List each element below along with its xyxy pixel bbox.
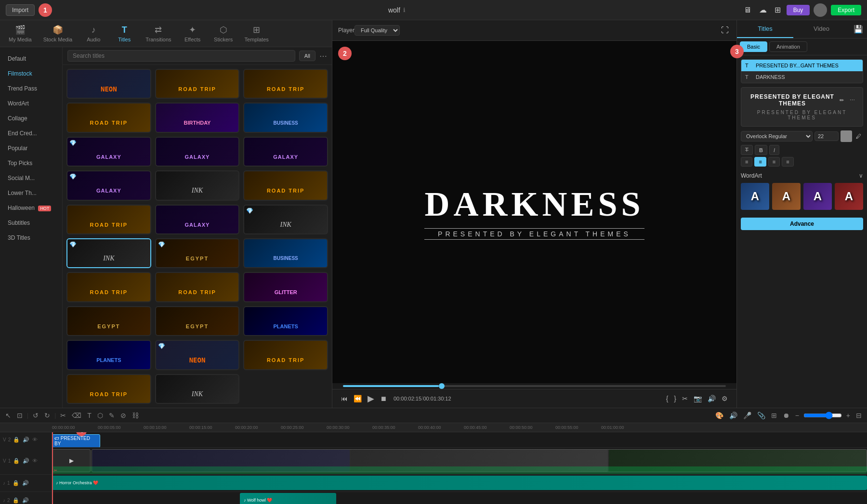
- wolf-howl-clip[interactable]: ♪ Wolf howl ❤️: [240, 493, 336, 504]
- track-v1-audio[interactable]: 🔊: [22, 457, 30, 465]
- wordart-item-2[interactable]: A: [772, 183, 801, 210]
- title-card-17[interactable]: EGYPT 💎 ⬇ Box Office...f the North: [155, 238, 240, 268]
- screen-record-btn[interactable]: ⏺: [781, 410, 791, 421]
- strikethrough-button[interactable]: T̶: [741, 145, 753, 155]
- tab-titles[interactable]: T Titles: [110, 22, 139, 45]
- link-tool[interactable]: ⛓: [131, 410, 140, 421]
- out-point-button[interactable]: }: [671, 394, 679, 403]
- title-card-3[interactable]: ROAD TRIP ⬇ Road Trip Pack Title 1: [243, 69, 328, 99]
- tab-stickers[interactable]: ⬡ Stickers: [209, 22, 238, 45]
- color-picker-icon[interactable]: 🖊: [854, 131, 863, 141]
- layout-btn[interactable]: ⊟: [854, 410, 863, 421]
- settings-button[interactable]: ⚙: [719, 394, 731, 403]
- track-a2-lock[interactable]: 🔒: [12, 497, 20, 504]
- title-card-20[interactable]: ROAD TRIP ⬇ Floral-Title 3: [155, 272, 240, 302]
- more-text-icon[interactable]: ⋯: [848, 95, 857, 105]
- title-card-15[interactable]: INK 💎 ⬇ DIY Ink Pa...owerthird 2: [243, 205, 328, 234]
- color-grading-btn[interactable]: 🎨: [714, 410, 725, 421]
- tab-transitions[interactable]: ⇄ Transitions: [141, 22, 176, 45]
- font-size-input[interactable]: [814, 131, 839, 141]
- monitor-icon[interactable]: 🖥: [742, 4, 753, 16]
- advance-button[interactable]: Advance: [741, 218, 863, 230]
- title-card-5[interactable]: BIRTHDAY ⬇ Birthday Pack Title 3: [155, 103, 240, 132]
- right-tab-video[interactable]: Video: [793, 20, 850, 38]
- sidebar-item-default[interactable]: Default: [2, 52, 60, 66]
- wordart-item-4[interactable]: A: [835, 183, 863, 210]
- step-back-button[interactable]: ⏪: [351, 394, 365, 403]
- tab-audio[interactable]: ♪ Audio: [79, 22, 108, 45]
- title-card-6[interactable]: BUSINESS ⬇ Small Busi...werThird 2: [243, 103, 328, 132]
- split-tool[interactable]: ⊘: [119, 410, 128, 421]
- sidebar-item-lower-th[interactable]: Lower Th...: [2, 186, 60, 200]
- pip-btn[interactable]: ⊞: [770, 410, 778, 421]
- skip-back-button[interactable]: ⏮: [338, 394, 351, 403]
- title-card-24[interactable]: PLANETS ⬇ Planets Pa...Opener 01: [243, 306, 328, 336]
- sidebar-item-filmstock[interactable]: Filmstock: [2, 66, 60, 81]
- align-right-button[interactable]: ≡: [768, 157, 780, 167]
- sidebar-item-wordart[interactable]: WordArt: [2, 96, 60, 111]
- fullscreen-icon[interactable]: ⛶: [719, 24, 731, 37]
- title-card-9[interactable]: GALAXY ⬇ Galaxy Pack Title 2: [243, 137, 328, 167]
- title-clip[interactable]: 🏷 PRESENTED BY: [52, 434, 100, 447]
- title-card-18[interactable]: BUSINESS ⬇ Modern Sli...ow Title 10: [243, 238, 328, 268]
- split-button[interactable]: ✂: [679, 394, 691, 403]
- track-v2-eye[interactable]: 👁: [32, 436, 38, 443]
- track-v2-lock[interactable]: 🔒: [13, 436, 20, 443]
- buy-button[interactable]: Buy: [787, 5, 810, 15]
- animation-tab-button[interactable]: Animation: [769, 41, 807, 52]
- title-card-21[interactable]: GLITTER ⬇ Glitter Gla...werthird 01: [243, 272, 328, 302]
- more-button[interactable]: ⋯: [319, 52, 327, 61]
- export-button[interactable]: Export: [831, 5, 861, 15]
- title-card-14[interactable]: GALAXY ⬇ Gaming S...orld Title 1: [155, 205, 240, 234]
- title-item-darkness[interactable]: T DARKNESS: [741, 71, 863, 83]
- progress-bar[interactable]: [343, 385, 726, 387]
- sidebar-item-collage[interactable]: Collage: [2, 111, 60, 126]
- shape-tool[interactable]: ⬡: [96, 410, 105, 421]
- wordart-item-1[interactable]: A: [741, 183, 769, 210]
- title-card-7[interactable]: GALAXY 💎 ⬇ Big Screen...Opener 11: [66, 137, 151, 167]
- title-card-23[interactable]: EGYPT ⬇ Ancient Cl...ck Title 02: [155, 306, 240, 336]
- align-left-button[interactable]: ≡: [741, 157, 752, 167]
- font-select[interactable]: Overlock Regular: [741, 131, 813, 142]
- title-card-29[interactable]: INK ⬇: [155, 374, 240, 404]
- sidebar-item-3d-titles[interactable]: 3D Titles: [2, 231, 60, 245]
- title-card-27[interactable]: ROAD TRIP: [243, 340, 328, 370]
- wordart-item-3[interactable]: A: [803, 183, 832, 210]
- cut-button[interactable]: ✂: [59, 410, 67, 421]
- undo-button[interactable]: ↺: [31, 410, 40, 421]
- title-card-22[interactable]: EGYPT ⬇ Ancient Cl...Opener 01: [66, 306, 151, 336]
- zoom-out-btn[interactable]: −: [794, 410, 801, 421]
- title-card-16[interactable]: INK 💎 Box Office...ough Seas: [66, 238, 151, 268]
- track-a2-audio[interactable]: 🔊: [22, 497, 29, 504]
- sidebar-item-top-picks[interactable]: Top Picks: [2, 156, 60, 170]
- zoom-in-btn[interactable]: +: [845, 410, 852, 421]
- draw-tool[interactable]: ✎: [107, 410, 116, 421]
- color-swatch[interactable]: [841, 130, 852, 142]
- title-card-28[interactable]: ROAD TRIP ⬇: [66, 374, 151, 404]
- title-card-10[interactable]: GALAXY 💎 ⬇ Fuchsia Pa...werthird 2: [66, 170, 151, 200]
- save-template-icon[interactable]: 💾: [850, 20, 867, 38]
- title-card-13[interactable]: ROAD TRIP ⬇ Travel Jou...ack Title 2: [66, 205, 151, 234]
- grid-icon[interactable]: ⊞: [773, 3, 783, 16]
- sidebar-item-trend-pass[interactable]: Trend Pass: [2, 81, 60, 96]
- sidebar-item-popular[interactable]: Popular: [2, 141, 60, 155]
- search-input[interactable]: [67, 50, 295, 62]
- italic-button[interactable]: I: [769, 145, 779, 155]
- redo-button[interactable]: ↻: [43, 410, 52, 421]
- align-center-button[interactable]: ≡: [754, 157, 766, 167]
- track-v1-lock[interactable]: 🔒: [13, 457, 20, 465]
- tab-my-media[interactable]: 🎬 My Media: [4, 22, 37, 45]
- tab-templates[interactable]: ⊞ Templates: [240, 22, 274, 45]
- select-tool[interactable]: ⊡: [15, 410, 24, 421]
- snapshot-button[interactable]: 📷: [691, 394, 705, 403]
- track-a1-audio[interactable]: 🔊: [22, 479, 29, 487]
- sidebar-item-subtitles[interactable]: Subtitles: [2, 216, 60, 230]
- clip-btn[interactable]: 📎: [756, 410, 767, 421]
- quality-select[interactable]: Full Quality: [355, 25, 400, 36]
- title-card-26[interactable]: NEON 💎: [155, 340, 240, 370]
- title-card-11[interactable]: INK ⬇ Ink Title 1: [155, 170, 240, 200]
- tab-effects[interactable]: ✦ Effects: [178, 22, 207, 45]
- title-item-presented[interactable]: T PRESENTED BY...GANT THEMES: [741, 60, 863, 71]
- in-point-button[interactable]: {: [663, 394, 671, 403]
- title-card-25[interactable]: PLANETS ⬇ Planets Pa...er 07 Earth: [66, 340, 151, 370]
